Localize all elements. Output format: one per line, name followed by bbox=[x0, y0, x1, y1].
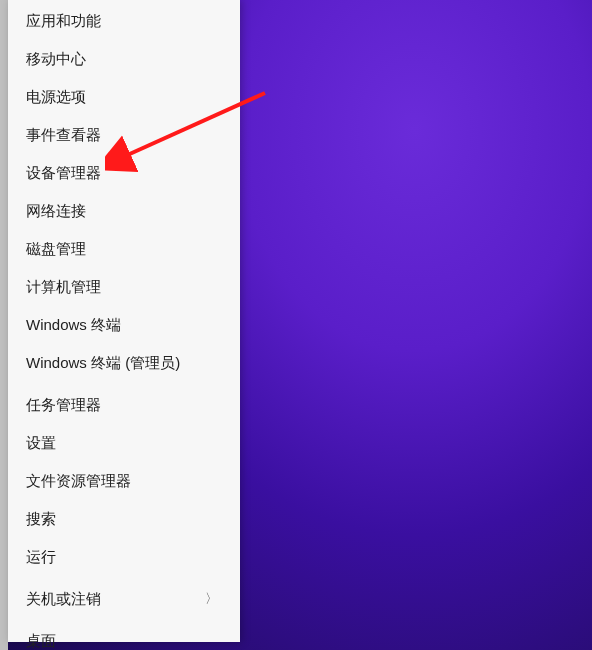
menu-item-label: 磁盘管理 bbox=[26, 239, 86, 259]
menu-item-label: 应用和功能 bbox=[26, 11, 101, 31]
menu-item-desktop[interactable]: 桌面 bbox=[8, 622, 240, 650]
menu-item-network-connections[interactable]: 网络连接 bbox=[8, 192, 240, 230]
menu-item-label: 电源选项 bbox=[26, 87, 86, 107]
menu-item-label: 关机或注销 bbox=[26, 589, 101, 609]
menu-item-label: 移动中心 bbox=[26, 49, 86, 69]
menu-item-label: 设备管理器 bbox=[26, 163, 101, 183]
menu-item-device-manager[interactable]: 设备管理器 bbox=[8, 154, 240, 192]
menu-item-disk-management[interactable]: 磁盘管理 bbox=[8, 230, 240, 268]
chevron-right-icon: 〉 bbox=[205, 589, 218, 609]
menu-item-computer-management[interactable]: 计算机管理 bbox=[8, 268, 240, 306]
menu-item-label: 运行 bbox=[26, 547, 56, 567]
taskbar-edge bbox=[0, 0, 8, 650]
menu-item-label: Windows 终端 bbox=[26, 315, 121, 335]
menu-item-label: 事件查看器 bbox=[26, 125, 101, 145]
menu-item-event-viewer[interactable]: 事件查看器 bbox=[8, 116, 240, 154]
menu-item-label: Windows 终端 (管理员) bbox=[26, 353, 180, 373]
menu-item-windows-terminal[interactable]: Windows 终端 bbox=[8, 306, 240, 344]
menu-item-shutdown-signout[interactable]: 关机或注销 〉 bbox=[8, 580, 240, 618]
menu-item-label: 任务管理器 bbox=[26, 395, 101, 415]
menu-item-apps-and-features[interactable]: 应用和功能 bbox=[8, 2, 240, 40]
menu-item-label: 搜索 bbox=[26, 509, 56, 529]
winx-context-menu: 应用和功能 移动中心 电源选项 事件查看器 设备管理器 网络连接 磁盘管理 计算… bbox=[8, 0, 240, 642]
menu-item-label: 计算机管理 bbox=[26, 277, 101, 297]
menu-item-label: 设置 bbox=[26, 433, 56, 453]
menu-item-task-manager[interactable]: 任务管理器 bbox=[8, 386, 240, 424]
menu-item-run[interactable]: 运行 bbox=[8, 538, 240, 576]
menu-item-power-options[interactable]: 电源选项 bbox=[8, 78, 240, 116]
menu-item-file-explorer[interactable]: 文件资源管理器 bbox=[8, 462, 240, 500]
menu-item-label: 文件资源管理器 bbox=[26, 471, 131, 491]
menu-item-label: 网络连接 bbox=[26, 201, 86, 221]
menu-item-settings[interactable]: 设置 bbox=[8, 424, 240, 462]
menu-item-label: 桌面 bbox=[26, 631, 56, 650]
menu-item-mobility-center[interactable]: 移动中心 bbox=[8, 40, 240, 78]
menu-item-windows-terminal-admin[interactable]: Windows 终端 (管理员) bbox=[8, 344, 240, 382]
menu-item-search[interactable]: 搜索 bbox=[8, 500, 240, 538]
